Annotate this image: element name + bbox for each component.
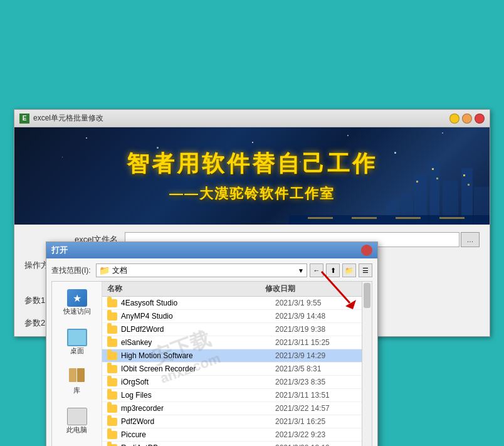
maximize-button[interactable]: [462, 114, 472, 124]
file-name: mp3recorder: [121, 404, 275, 413]
browse-button[interactable]: …: [461, 232, 480, 247]
v-scrollbar-thumb: [364, 283, 370, 308]
dialog-close-button[interactable]: [361, 245, 372, 256]
minimize-button[interactable]: [449, 114, 459, 124]
file-row[interactable]: 4Easysoft Studio2021/3/1 9:55: [102, 297, 362, 310]
folder-icon-small: [107, 378, 117, 386]
folder-icon-small: [107, 418, 117, 426]
folder-icon-small: [107, 352, 117, 360]
svg-rect-16: [439, 217, 465, 219]
folder-icon-small: [107, 312, 117, 321]
folder-icon-small: [107, 365, 117, 373]
svg-rect-14: [352, 217, 377, 219]
file-name: Log Files: [121, 391, 275, 400]
folder-icon-small: [107, 444, 117, 447]
file-date: 2021/3/9 14:29: [275, 351, 357, 360]
file-date: 2021/3/11 13:51: [275, 391, 357, 400]
nav-up-button[interactable]: ⬆: [326, 263, 340, 277]
file-row[interactable]: High Motion Software2021/3/9 14:29: [102, 349, 362, 363]
app-icon: E: [19, 114, 29, 124]
file-name: IObit Screen Recorder: [121, 364, 275, 373]
file-date: 2021/3/22 9:23: [275, 430, 357, 439]
col-name-header: 名称: [107, 284, 265, 294]
file-name: RadiAntDB: [121, 443, 275, 446]
col-date-header: 修改日期: [265, 284, 347, 294]
file-date: 2021/3/1 16:25: [275, 417, 357, 426]
file-list[interactable]: 4Easysoft Studio2021/3/1 9:55AnyMP4 Stud…: [102, 297, 362, 446]
sidebar-item-library[interactable]: 库: [65, 366, 90, 398]
file-list-container: 安下载 anxz.com 名称 修改日期 4Easysoft Studio202…: [102, 282, 362, 446]
location-label: 查找范围(I):: [51, 265, 91, 276]
desktop-label: 桌面: [70, 346, 84, 356]
folder-icon-small: [107, 326, 117, 334]
open-file-dialog: 打开 查找范围(I): 📁 文档 ▼ ← ⬆ 📁 ☰: [46, 242, 378, 446]
file-row[interactable]: elSankey2021/3/11 15:25: [102, 336, 362, 349]
close-button[interactable]: [475, 114, 485, 124]
file-row[interactable]: AnyMP4 Studio2021/3/9 14:48: [102, 310, 362, 323]
desktop-icon: [67, 329, 87, 346]
sidebar-item-desktop[interactable]: 桌面: [65, 326, 90, 358]
file-date: 2021/3/19 9:38: [275, 325, 357, 334]
file-name: Piccure: [121, 430, 275, 439]
sidebar-item-computer[interactable]: 此电脑: [64, 405, 90, 437]
file-row[interactable]: IObit Screen Recorder2021/3/5 8:31: [102, 363, 362, 376]
file-name: High Motion Software: [121, 351, 275, 360]
file-row[interactable]: RadiAntDB2021/2/28 18:10: [102, 442, 362, 446]
file-name: DLPdf2Word: [121, 325, 275, 334]
file-row[interactable]: DLPdf2Word2021/3/19 9:38: [102, 323, 362, 336]
nav-back-button[interactable]: ←: [310, 263, 323, 277]
dialog-title-bar: 打开: [46, 242, 377, 258]
file-name: Pdf2Word: [121, 417, 275, 426]
star-icon: ★: [73, 292, 81, 304]
library-icon: [67, 368, 87, 386]
file-row[interactable]: Log Files2021/3/11 13:51: [102, 389, 362, 402]
svg-rect-11: [416, 181, 418, 183]
view-toggle-button[interactable]: ☰: [359, 263, 372, 277]
new-folder-button[interactable]: 📁: [342, 263, 356, 277]
file-row[interactable]: mp3recorder2021/3/22 14:57: [102, 402, 362, 415]
file-browser: ★ 快速访问 桌面 库: [51, 281, 372, 446]
svg-rect-7: [432, 168, 434, 170]
file-row[interactable]: Piccure2021/3/22 9:23: [102, 428, 362, 442]
dialog-title: 打开: [51, 245, 68, 256]
svg-rect-9: [463, 174, 465, 176]
file-sidebar: ★ 快速访问 桌面 库: [52, 282, 102, 446]
folder-icon-small: [107, 299, 117, 307]
quick-access-icon: ★: [67, 289, 87, 307]
location-select[interactable]: 📁 文档 ▼: [96, 263, 307, 277]
main-window: E excel单元格批量修改: [14, 109, 490, 337]
svg-rect-12: [289, 215, 490, 225]
file-name: 4Easysoft Studio: [121, 299, 275, 307]
file-name: AnyMP4 Studio: [121, 312, 275, 321]
banner-line2: ——大漠驼铃软件工作室: [169, 184, 335, 203]
sidebar-item-quick-access[interactable]: ★ 快速访问: [61, 287, 93, 319]
svg-rect-13: [308, 217, 333, 219]
folder-icon-small: [107, 391, 117, 400]
folder-icon-small: [107, 405, 117, 413]
file-date: 2021/3/5 8:31: [275, 364, 357, 373]
folder-icon-small: [107, 431, 117, 439]
file-date: 2021/3/23 8:35: [275, 378, 357, 386]
quick-access-label: 快速访问: [63, 307, 91, 316]
file-row[interactable]: iOrgSoft2021/3/23 8:35: [102, 376, 362, 389]
window-title: excel单元格批量修改: [33, 113, 449, 124]
window-controls: [449, 114, 485, 124]
file-name: elSankey: [121, 338, 275, 347]
file-name: iOrgSoft: [121, 378, 275, 386]
file-date: 2021/3/11 15:25: [275, 338, 357, 347]
file-list-header: 名称 修改日期: [102, 282, 362, 297]
file-row[interactable]: Pdf2Word2021/3/1 16:25: [102, 415, 362, 428]
banner: 智者用软件替自己工作 ——大漠驼铃软件工作室: [14, 127, 490, 225]
banner-line1: 智者用软件替自己工作: [127, 149, 377, 179]
file-date: 2021/2/28 18:10: [275, 443, 357, 446]
svg-rect-8: [436, 178, 438, 179]
file-date: 2021/3/9 14:48: [275, 312, 357, 321]
folder-icon-small: [107, 339, 117, 347]
dialog-toolbar: 查找范围(I): 📁 文档 ▼ ← ⬆ 📁 ☰: [51, 263, 372, 277]
svg-rect-10: [468, 184, 470, 186]
library-label: 库: [73, 386, 80, 395]
computer-label: 此电脑: [66, 425, 87, 435]
vertical-scrollbar[interactable]: [362, 282, 372, 446]
svg-rect-15: [396, 217, 421, 219]
file-date: 2021/3/22 14:57: [275, 404, 357, 413]
